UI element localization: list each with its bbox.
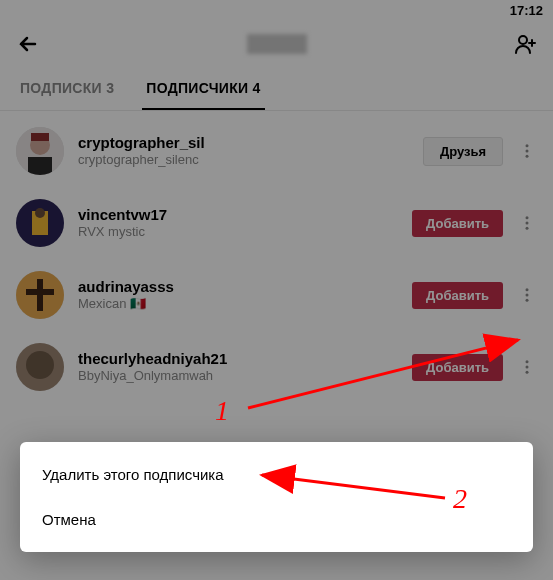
add-button[interactable]: Добавить (412, 210, 503, 237)
tabs: ПОДПИСКИ 3 ПОДПИСЧИКИ 4 (0, 68, 553, 111)
follower-list: cryptographer_sil cryptographer_silenc Д… (0, 111, 553, 403)
add-button[interactable]: Добавить (412, 354, 503, 381)
follower-bio: Mexican 🇲🇽 (78, 296, 398, 313)
follower-row: audrinayasss Mexican 🇲🇽 Добавить (0, 259, 553, 331)
svg-point-10 (35, 208, 45, 218)
follower-name: audrinayasss (78, 277, 398, 297)
back-icon[interactable] (16, 32, 40, 56)
svg-point-12 (526, 222, 529, 225)
svg-point-5 (526, 144, 529, 147)
more-icon[interactable] (517, 286, 537, 304)
svg-point-11 (526, 216, 529, 219)
follower-row: thecurlyheadniyah21 BbyNiya_Onlymamwah Д… (0, 331, 553, 403)
avatar[interactable] (16, 127, 64, 175)
svg-rect-16 (26, 289, 54, 295)
svg-rect-4 (28, 157, 52, 175)
follower-info: vincentvw17 RVX mystic (78, 205, 398, 241)
svg-point-22 (526, 360, 529, 363)
cancel-option[interactable]: Отмена (20, 497, 533, 542)
avatar[interactable] (16, 271, 64, 319)
svg-point-21 (26, 351, 54, 379)
svg-point-19 (526, 299, 529, 302)
svg-rect-3 (31, 133, 49, 141)
follower-name: vincentvw17 (78, 205, 398, 225)
follower-name: cryptographer_sil (78, 133, 409, 153)
page-title-blurred (247, 34, 307, 54)
add-user-icon[interactable] (513, 32, 537, 56)
svg-point-23 (526, 366, 529, 369)
more-icon[interactable] (517, 214, 537, 232)
svg-point-6 (526, 150, 529, 153)
more-icon[interactable] (517, 358, 537, 376)
delete-follower-option[interactable]: Удалить этого подписчика (20, 452, 533, 497)
more-icon[interactable] (517, 142, 537, 160)
status-time: 17:12 (510, 3, 543, 18)
friends-button[interactable]: Друзья (423, 137, 503, 166)
follower-row: vincentvw17 RVX mystic Добавить (0, 187, 553, 259)
follower-info: audrinayasss Mexican 🇲🇽 (78, 277, 398, 313)
status-bar: 17:12 (0, 0, 553, 20)
svg-point-24 (526, 371, 529, 374)
add-button[interactable]: Добавить (412, 282, 503, 309)
svg-point-0 (519, 36, 527, 44)
tab-followers[interactable]: ПОДПИСЧИКИ 4 (142, 68, 264, 110)
tab-following[interactable]: ПОДПИСКИ 3 (16, 68, 118, 110)
follower-bio: BbyNiya_Onlymamwah (78, 368, 398, 385)
svg-point-18 (526, 294, 529, 297)
svg-point-13 (526, 227, 529, 230)
svg-point-7 (526, 155, 529, 158)
header (0, 20, 553, 68)
avatar[interactable] (16, 199, 64, 247)
follower-bio: RVX mystic (78, 224, 398, 241)
follower-info: cryptographer_sil cryptographer_silenc (78, 133, 409, 169)
follower-info: thecurlyheadniyah21 BbyNiya_Onlymamwah (78, 349, 398, 385)
follower-bio: cryptographer_silenc (78, 152, 409, 169)
avatar[interactable] (16, 343, 64, 391)
follower-row: cryptographer_sil cryptographer_silenc Д… (0, 115, 553, 187)
action-sheet: Удалить этого подписчика Отмена (20, 442, 533, 552)
svg-point-17 (526, 288, 529, 291)
follower-name: thecurlyheadniyah21 (78, 349, 398, 369)
